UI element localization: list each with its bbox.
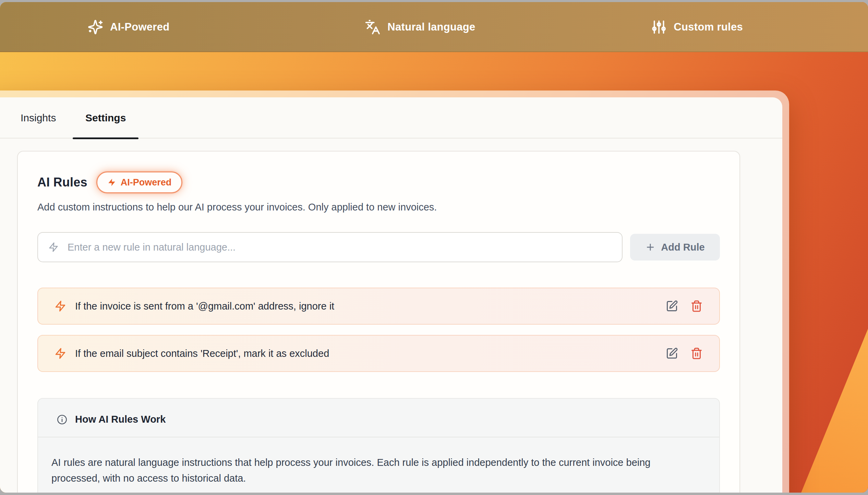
- feature-banner: AI-Powered Natural language Custom rules: [0, 2, 868, 52]
- banner-item-natural-language: Natural language: [365, 2, 475, 52]
- sliders-vertical-icon: [651, 19, 667, 35]
- add-rule-button[interactable]: Add Rule: [630, 234, 720, 261]
- edit-rule-button[interactable]: [666, 347, 678, 360]
- rule-row: If the email subject contains 'Receipt',…: [37, 335, 720, 372]
- languages-icon: [365, 19, 381, 35]
- badge-label: AI-Powered: [121, 177, 172, 188]
- banner-label: Natural language: [387, 21, 475, 33]
- trash-icon: [690, 300, 703, 312]
- rule-actions: [666, 300, 703, 312]
- rule-row: If the invoice is sent from a '@gmail.co…: [37, 288, 720, 325]
- rules-list: If the invoice is sent from a '@gmail.co…: [37, 288, 720, 372]
- rule-text: If the email subject contains 'Receipt',…: [75, 348, 657, 359]
- edit-rule-button[interactable]: [666, 300, 678, 312]
- sparkles-icon: [87, 19, 103, 35]
- info-panel: How AI Rules Work AI rules are natural l…: [37, 398, 720, 493]
- info-panel-title: How AI Rules Work: [75, 414, 166, 425]
- plus-icon: [645, 242, 655, 252]
- banner-item-ai-powered: AI-Powered: [87, 2, 170, 52]
- card-heading-row: AI Rules AI-Powered: [37, 171, 720, 193]
- card-title: AI Rules: [37, 175, 87, 190]
- add-rule-label: Add Rule: [661, 242, 704, 253]
- ai-powered-badge: AI-Powered: [96, 171, 183, 193]
- banner-label: Custom rules: [674, 21, 743, 33]
- new-rule-input[interactable]: [68, 242, 612, 253]
- rule-actions: [666, 347, 703, 360]
- tab-bar: Insights Settings: [0, 97, 782, 138]
- banner-item-custom-rules: Custom rules: [651, 2, 743, 52]
- new-rule-input-wrap: [37, 232, 623, 262]
- banner-label: AI-Powered: [110, 21, 170, 33]
- rule-text: If the invoice is sent from a '@gmail.co…: [75, 301, 657, 312]
- delete-rule-button[interactable]: [690, 347, 703, 360]
- square-pen-icon: [666, 347, 678, 360]
- square-pen-icon: [666, 300, 678, 312]
- tab-settings[interactable]: Settings: [73, 97, 138, 138]
- card-description: Add custom instructions to help our AI p…: [37, 202, 720, 213]
- tab-insights[interactable]: Insights: [21, 97, 56, 138]
- info-panel-header: How AI Rules Work: [38, 399, 719, 437]
- wallpaper-triangle: [801, 329, 868, 493]
- settings-window: Insights Settings AI Rules AI-Powered Ad…: [0, 97, 782, 493]
- screenshot-canvas: AI-Powered Natural language Custom rules…: [0, 2, 868, 493]
- ai-rules-card: AI Rules AI-Powered Add custom instructi…: [17, 151, 740, 493]
- zap-icon: [107, 178, 116, 187]
- zap-icon: [48, 242, 59, 252]
- info-circle-icon: [57, 414, 68, 425]
- new-rule-row: Add Rule: [37, 232, 720, 262]
- zap-icon: [55, 348, 66, 359]
- delete-rule-button[interactable]: [690, 300, 703, 312]
- zap-icon: [55, 300, 66, 312]
- info-panel-body: AI rules are natural language instructio…: [38, 437, 719, 493]
- trash-icon: [690, 347, 703, 360]
